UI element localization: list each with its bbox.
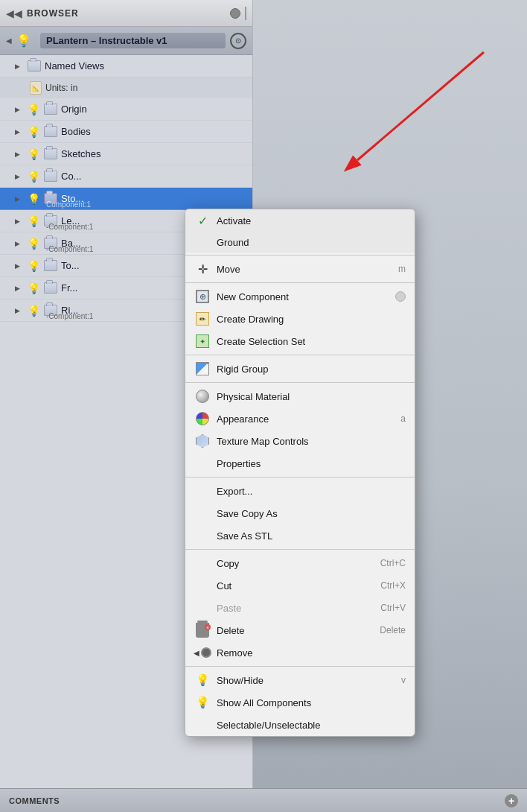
tree-arrow-back: ▶ [15,240,24,247]
show-hide-label: Show/Hide [217,675,395,686]
comments-bar: COMMENTS + [0,788,527,812]
menu-item-rigid-group[interactable]: Rigid Group [185,358,415,380]
create-selection-set-label: Create Selection Set [217,336,406,347]
back-icon[interactable]: ◀◀ [6,7,22,19]
menu-item-copy[interactable]: Copy Ctrl+C [185,552,415,574]
project-bulb-icon: 💡 [16,34,31,48]
tree-arrow-origin: ▶ [15,106,24,113]
menu-item-ground[interactable]: Ground [185,232,415,253]
move-shortcut: m [398,264,406,274]
copy-icon [194,555,211,571]
menu-item-texture-map[interactable]: Texture Map Controls [185,430,415,452]
menu-item-delete[interactable]: × Delete Delete [185,619,415,641]
export-label: Export... [217,486,406,497]
texture-map-label: Texture Map Controls [217,436,406,447]
bulb-icon-origin: 💡 [28,104,40,115]
separator-1 [185,255,415,256]
properties-icon [194,455,211,472]
physical-material-icon [194,388,211,405]
menu-item-create-drawing[interactable]: ✏ Create Drawing [185,308,415,330]
menu-item-selectable[interactable]: Selectable/Unselectable [185,714,415,736]
tree-arrow-front: ▶ [15,285,24,292]
appearance-label: Appearance [217,413,395,425]
tree-arrow-top: ▶ [15,262,24,270]
cut-label: Cut [217,580,374,591]
tree-label-construction: Co... [61,171,249,182]
new-component-icon: ⊕ [194,288,211,305]
menu-item-create-selection-set[interactable]: ✦ Create Selection Set [185,330,415,352]
tree-item-sketches[interactable]: ▶ 💡 Sketches [0,143,252,165]
show-hide-icon: 💡 [194,672,211,688]
menu-item-activate[interactable]: ✓ Activate [185,209,415,232]
remove-label: Remove [217,647,406,659]
folder-icon-origin [44,104,57,115]
activate-label: Activate [217,215,251,226]
tree-label-origin: Origin [61,104,249,115]
folder-icon-named-views [28,60,41,72]
save-copy-label: Save Copy As [217,508,406,519]
tree-arrow-bodies: ▶ [15,128,24,136]
ground-label: Ground [217,237,249,248]
menu-item-show-hide[interactable]: 💡 Show/Hide v [185,669,415,691]
sublabel-back: -Component:1 [46,245,93,253]
menu-item-remove[interactable]: ◀ Remove [185,641,415,664]
bulb-icon-bodies: 💡 [28,126,40,138]
svg-line-1 [357,52,484,160]
add-comment-button[interactable]: + [505,794,518,808]
export-icon [194,483,211,499]
properties-label: Properties [217,458,406,469]
menu-item-new-component[interactable]: ⊕ New Component [185,285,415,308]
menu-item-cut[interactable]: Cut Ctrl+X [185,574,415,597]
menu-item-properties[interactable]: Properties [185,452,415,475]
sublabel-right: -Component:1 [46,312,93,320]
menu-item-show-all[interactable]: 💡 Show All Components [185,691,415,714]
bulb-icon-left: 💡 [28,215,40,227]
context-menu: ✓ Activate Ground ✛ Move m ⊕ New Compone… [185,209,415,737]
tree-arrow-stop: ▶ [15,195,24,203]
menu-item-save-copy-as[interactable]: Save Copy As [185,502,415,524]
menu-item-save-as-stl[interactable]: Save As STL [185,524,415,547]
tree-arrow-named-views: ▶ [15,63,24,70]
tree-label-named-views: Named Views [45,60,249,72]
bulb-icon-front: 💡 [28,282,40,294]
menu-item-physical-material[interactable]: Physical Material [185,385,415,407]
create-drawing-label: Create Drawing [217,314,406,325]
camera-icon[interactable]: ⊙ [230,33,246,49]
texture-map-icon [194,433,211,449]
paste-label: Paste [217,603,374,614]
tree-item-origin[interactable]: ▶ 💡 Origin [0,98,252,121]
folder-icon-construction [44,171,57,182]
folder-icon-sketches [44,148,57,159]
cut-icon [194,577,211,594]
remove-icon: ◀ [194,644,211,661]
separator-3 [185,355,415,355]
sublabel-stop: Component:1 [46,200,91,209]
menu-item-export[interactable]: Export... [185,480,415,502]
sublabel-left: -Component:1 [46,223,93,231]
rigid-group-label: Rigid Group [217,364,406,375]
bulb-icon-right: 💡 [28,305,40,317]
tree-item-stop[interactable]: ▶ 💡 Sto... Component:1 [0,188,252,210]
browser-header: ◀◀ BROWSER [0,0,252,27]
comments-label: COMMENTS [9,796,60,805]
minimize-button[interactable] [230,8,240,19]
menu-item-move[interactable]: ✛ Move m [185,258,415,280]
project-title-row[interactable]: ◀ 💡 PLantern – Instructable v1 ⊙ [0,27,252,55]
move-label: Move [217,264,392,275]
tree-item-named-views[interactable]: ▶ Named Views [0,55,252,77]
copy-label: Copy [217,558,374,569]
delete-label: Delete [217,625,374,636]
tree-arrow-construction: ▶ [15,173,24,180]
menu-item-paste[interactable]: Paste Ctrl+V [185,597,415,619]
tree-arrow-left: ▶ [15,218,24,225]
tree-item-construction[interactable]: ▶ 💡 Co... [0,165,252,188]
tree-arrow-right: ▶ [15,307,24,314]
tree-item-bodies[interactable]: ▶ 💡 Bodies [0,121,252,143]
collapse-arrow[interactable]: ◀ [6,37,12,45]
create-drawing-icon: ✏ [194,311,211,327]
move-icon: ✛ [194,261,211,277]
menu-item-appearance[interactable]: Appearance a [185,407,415,430]
selectable-label: Selectable/Unselectable [217,720,406,731]
folder-icon-bodies [44,126,57,137]
delete-shortcut: Delete [380,625,406,635]
